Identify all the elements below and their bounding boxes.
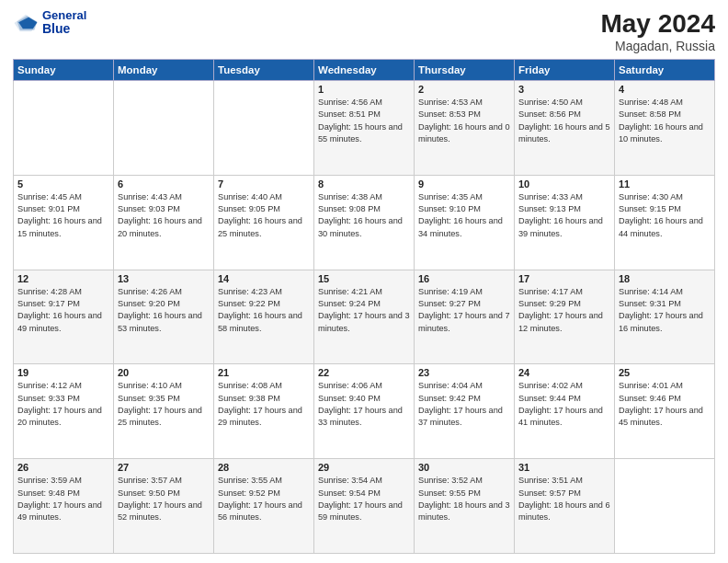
day-cell-19: 19Sunrise: 4:12 AM Sunset: 9:33 PM Dayli… <box>14 364 114 459</box>
cell-info: Sunrise: 4:50 AM Sunset: 8:56 PM Dayligh… <box>518 97 610 145</box>
day-cell-29: 29Sunrise: 3:54 AM Sunset: 9:54 PM Dayli… <box>314 459 415 554</box>
day-cell-17: 17Sunrise: 4:17 AM Sunset: 9:29 PM Dayli… <box>515 270 615 364</box>
cell-info: Sunrise: 4:26 AM Sunset: 9:20 PM Dayligh… <box>118 286 210 335</box>
day-number: 7 <box>218 178 310 190</box>
weekday-header-saturday: Saturday <box>615 60 715 81</box>
empty-cell <box>214 81 314 176</box>
day-number: 6 <box>118 178 210 190</box>
logo-line1: General <box>42 9 86 22</box>
day-cell-27: 27Sunrise: 3:57 AM Sunset: 9:50 PM Dayli… <box>114 459 214 554</box>
day-cell-1: 1Sunrise: 4:56 AM Sunset: 8:51 PM Daylig… <box>314 81 415 176</box>
day-cell-21: 21Sunrise: 4:08 AM Sunset: 9:38 PM Dayli… <box>214 364 314 459</box>
weekday-header-tuesday: Tuesday <box>214 60 314 81</box>
cell-info: Sunrise: 4:28 AM Sunset: 9:17 PM Dayligh… <box>17 286 109 335</box>
cell-info: Sunrise: 4:48 AM Sunset: 8:58 PM Dayligh… <box>619 97 711 145</box>
cell-info: Sunrise: 3:51 AM Sunset: 9:57 PM Dayligh… <box>518 475 610 523</box>
cell-info: Sunrise: 4:14 AM Sunset: 9:31 PM Dayligh… <box>619 286 711 335</box>
day-number: 30 <box>418 462 510 473</box>
day-cell-20: 20Sunrise: 4:10 AM Sunset: 9:35 PM Dayli… <box>114 364 214 459</box>
cell-info: Sunrise: 4:12 AM Sunset: 9:33 PM Dayligh… <box>17 380 109 429</box>
day-cell-2: 2Sunrise: 4:53 AM Sunset: 8:53 PM Daylig… <box>415 81 515 176</box>
calendar: SundayMondayTuesdayWednesdayThursdayFrid… <box>13 59 715 554</box>
day-number: 29 <box>318 462 410 473</box>
logo: General Blue <box>13 9 86 37</box>
cell-info: Sunrise: 4:01 AM Sunset: 9:46 PM Dayligh… <box>619 380 711 429</box>
day-cell-30: 30Sunrise: 3:52 AM Sunset: 9:55 PM Dayli… <box>415 459 515 554</box>
cell-info: Sunrise: 4:38 AM Sunset: 9:08 PM Dayligh… <box>318 191 410 240</box>
day-number: 10 <box>518 178 610 190</box>
weekday-header-row: SundayMondayTuesdayWednesdayThursdayFrid… <box>14 60 715 81</box>
logo-text: General Blue <box>42 9 86 37</box>
day-number: 28 <box>218 462 310 473</box>
day-number: 26 <box>17 462 109 473</box>
day-number: 14 <box>218 273 310 284</box>
day-number: 9 <box>418 178 510 190</box>
day-cell-12: 12Sunrise: 4:28 AM Sunset: 9:17 PM Dayli… <box>14 270 114 364</box>
cell-info: Sunrise: 4:56 AM Sunset: 8:51 PM Dayligh… <box>318 97 410 145</box>
week-row-0: 1Sunrise: 4:56 AM Sunset: 8:51 PM Daylig… <box>14 81 715 176</box>
day-number: 25 <box>619 367 711 378</box>
day-number: 8 <box>318 178 410 190</box>
day-cell-28: 28Sunrise: 3:55 AM Sunset: 9:52 PM Dayli… <box>214 459 314 554</box>
day-cell-10: 10Sunrise: 4:33 AM Sunset: 9:13 PM Dayli… <box>515 175 615 270</box>
day-number: 23 <box>418 367 510 378</box>
day-cell-26: 26Sunrise: 3:59 AM Sunset: 9:48 PM Dayli… <box>14 459 114 554</box>
cell-info: Sunrise: 4:43 AM Sunset: 9:03 PM Dayligh… <box>118 191 210 240</box>
day-number: 17 <box>518 273 610 284</box>
empty-cell <box>14 81 114 176</box>
day-number: 22 <box>318 367 410 378</box>
day-cell-23: 23Sunrise: 4:04 AM Sunset: 9:42 PM Dayli… <box>415 364 515 459</box>
location: Magadan, Russia <box>600 39 715 53</box>
day-number: 1 <box>318 84 410 95</box>
cell-info: Sunrise: 4:45 AM Sunset: 9:01 PM Dayligh… <box>17 191 109 240</box>
day-cell-5: 5Sunrise: 4:45 AM Sunset: 9:01 PM Daylig… <box>14 175 114 270</box>
cell-info: Sunrise: 4:17 AM Sunset: 9:29 PM Dayligh… <box>518 286 610 335</box>
cell-info: Sunrise: 4:40 AM Sunset: 9:05 PM Dayligh… <box>218 191 310 240</box>
title-block: May 2024 Magadan, Russia <box>600 9 715 53</box>
header: General Blue May 2024 Magadan, Russia <box>13 9 715 53</box>
day-cell-9: 9Sunrise: 4:35 AM Sunset: 9:10 PM Daylig… <box>415 175 515 270</box>
day-number: 21 <box>218 367 310 378</box>
day-cell-8: 8Sunrise: 4:38 AM Sunset: 9:08 PM Daylig… <box>314 175 415 270</box>
empty-cell <box>114 81 214 176</box>
day-cell-31: 31Sunrise: 3:51 AM Sunset: 9:57 PM Dayli… <box>515 459 615 554</box>
day-cell-14: 14Sunrise: 4:23 AM Sunset: 9:22 PM Dayli… <box>214 270 314 364</box>
day-number: 12 <box>17 273 109 284</box>
week-row-1: 5Sunrise: 4:45 AM Sunset: 9:01 PM Daylig… <box>14 175 715 270</box>
cell-info: Sunrise: 4:10 AM Sunset: 9:35 PM Dayligh… <box>118 380 210 429</box>
weekday-header-sunday: Sunday <box>14 60 114 81</box>
day-number: 11 <box>619 178 711 190</box>
day-number: 3 <box>518 84 610 95</box>
empty-cell <box>615 459 715 554</box>
day-cell-16: 16Sunrise: 4:19 AM Sunset: 9:27 PM Dayli… <box>415 270 515 364</box>
day-cell-4: 4Sunrise: 4:48 AM Sunset: 8:58 PM Daylig… <box>615 81 715 176</box>
week-row-2: 12Sunrise: 4:28 AM Sunset: 9:17 PM Dayli… <box>14 270 715 364</box>
day-number: 18 <box>619 273 711 284</box>
day-number: 20 <box>118 367 210 378</box>
cell-info: Sunrise: 4:33 AM Sunset: 9:13 PM Dayligh… <box>518 191 610 240</box>
week-row-3: 19Sunrise: 4:12 AM Sunset: 9:33 PM Dayli… <box>14 364 715 459</box>
day-cell-7: 7Sunrise: 4:40 AM Sunset: 9:05 PM Daylig… <box>214 175 314 270</box>
cell-info: Sunrise: 4:04 AM Sunset: 9:42 PM Dayligh… <box>418 380 510 429</box>
day-number: 19 <box>17 367 109 378</box>
day-number: 2 <box>418 84 510 95</box>
day-number: 4 <box>619 84 711 95</box>
cell-info: Sunrise: 4:08 AM Sunset: 9:38 PM Dayligh… <box>218 380 310 429</box>
cell-info: Sunrise: 4:53 AM Sunset: 8:53 PM Dayligh… <box>418 97 510 145</box>
day-cell-25: 25Sunrise: 4:01 AM Sunset: 9:46 PM Dayli… <box>615 364 715 459</box>
cell-info: Sunrise: 4:30 AM Sunset: 9:15 PM Dayligh… <box>619 191 711 240</box>
day-number: 27 <box>118 462 210 473</box>
logo-line2: Blue <box>42 22 86 36</box>
day-cell-13: 13Sunrise: 4:26 AM Sunset: 9:20 PM Dayli… <box>114 270 214 364</box>
day-cell-11: 11Sunrise: 4:30 AM Sunset: 9:15 PM Dayli… <box>615 175 715 270</box>
day-number: 24 <box>518 367 610 378</box>
cell-info: Sunrise: 3:54 AM Sunset: 9:54 PM Dayligh… <box>318 475 410 523</box>
weekday-header-wednesday: Wednesday <box>314 60 415 81</box>
day-number: 13 <box>118 273 210 284</box>
weekday-header-monday: Monday <box>114 60 214 81</box>
day-number: 15 <box>318 273 410 284</box>
day-number: 5 <box>17 178 109 190</box>
day-number: 16 <box>418 273 510 284</box>
cell-info: Sunrise: 4:06 AM Sunset: 9:40 PM Dayligh… <box>318 380 410 429</box>
day-cell-3: 3Sunrise: 4:50 AM Sunset: 8:56 PM Daylig… <box>515 81 615 176</box>
